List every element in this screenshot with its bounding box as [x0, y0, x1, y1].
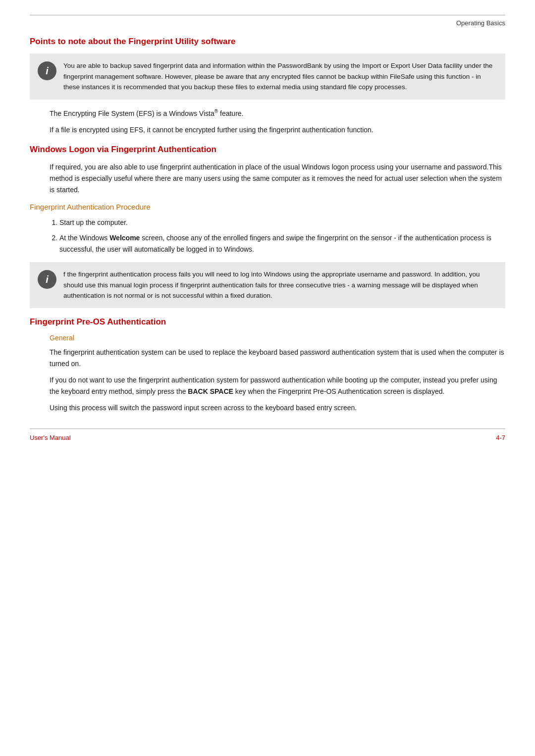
header-section-label: Operating Basics	[456, 19, 505, 27]
section-preos: Fingerprint Pre-OS Authentication Genera…	[30, 317, 505, 414]
sub-section-general: General The fingerprint authentication s…	[30, 334, 505, 414]
page-footer: User's Manual 4-7	[30, 434, 505, 441]
auth-procedure-list: Start up the computer. At the Windows We…	[59, 217, 505, 255]
info-icon-1: i	[38, 61, 56, 80]
bottom-rule	[30, 429, 505, 429]
efs-paragraph-1: The Encrypting File System (EFS) is a Wi…	[50, 108, 505, 119]
sub-heading-auth-procedure: Fingerprint Authentication Procedure	[30, 203, 505, 211]
general-paragraph-2: If you do not want to use the fingerprin…	[50, 375, 505, 397]
top-rule	[30, 15, 505, 15]
info-text-1: You are able to backup saved fingerprint…	[63, 60, 497, 93]
section-fingerprint-utility: Points to note about the Fingerprint Uti…	[30, 37, 505, 136]
info-text-2: f the fingerprint authentication process…	[63, 269, 497, 301]
info-box-2: i f the fingerprint authentication proce…	[30, 262, 505, 308]
general-paragraph-1: The fingerprint authentication system ca…	[50, 347, 505, 370]
page-container: Operating Basics Points to note about th…	[0, 0, 535, 471]
footer-right: 4-7	[496, 434, 505, 441]
efs-paragraph-2: If a file is encrypted using EFS, it can…	[50, 124, 505, 136]
page-header: Operating Basics	[30, 19, 505, 27]
general-paragraph-3: Using this process will switch the passw…	[50, 402, 505, 414]
list-item-1: Start up the computer.	[59, 217, 505, 228]
info-box-1: i You are able to backup saved fingerpri…	[30, 54, 505, 100]
windows-logon-paragraph: If required, you are also able to use fi…	[50, 162, 505, 196]
section-heading-preos: Fingerprint Pre-OS Authentication	[30, 317, 505, 327]
section-heading-fingerprint-utility: Points to note about the Fingerprint Uti…	[30, 37, 505, 47]
section-heading-windows-logon: Windows Logon via Fingerprint Authentica…	[30, 145, 505, 155]
sub-heading-general: General	[50, 334, 505, 342]
section-windows-logon: Windows Logon via Fingerprint Authentica…	[30, 145, 505, 308]
footer-left: User's Manual	[30, 434, 71, 441]
sub-section-auth-procedure: Fingerprint Authentication Procedure Sta…	[30, 203, 505, 308]
info-icon-2: i	[38, 270, 56, 289]
list-item-2: At the Windows Welcome screen, choose an…	[59, 232, 505, 255]
